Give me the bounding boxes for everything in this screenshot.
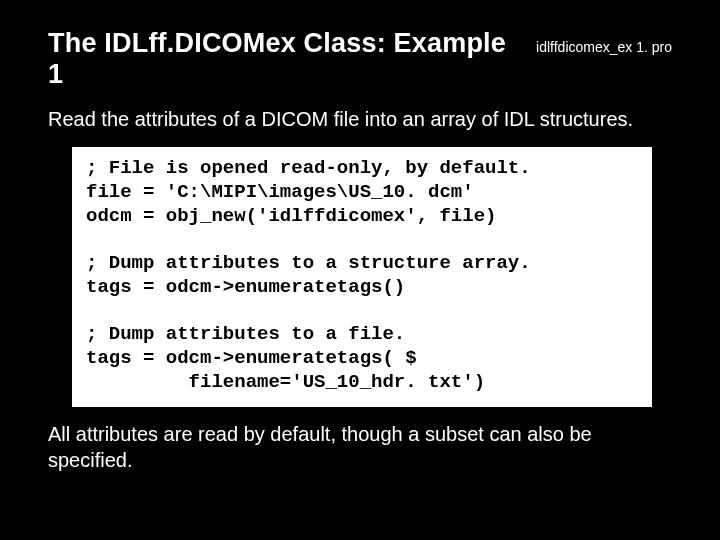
slide-title: The IDLff.DICOMex Class: Example 1 xyxy=(48,28,520,90)
filename-label: idlffdicomex_ex 1. pro xyxy=(520,39,672,55)
slide: The IDLff.DICOMex Class: Example 1 idlff… xyxy=(0,0,720,540)
title-row: The IDLff.DICOMex Class: Example 1 idlff… xyxy=(48,28,672,90)
footer-text: All attributes are read by default, thou… xyxy=(48,421,672,473)
intro-text: Read the attributes of a DICOM file into… xyxy=(48,108,672,131)
code-block: ; File is opened read-only, by default. … xyxy=(72,147,652,407)
